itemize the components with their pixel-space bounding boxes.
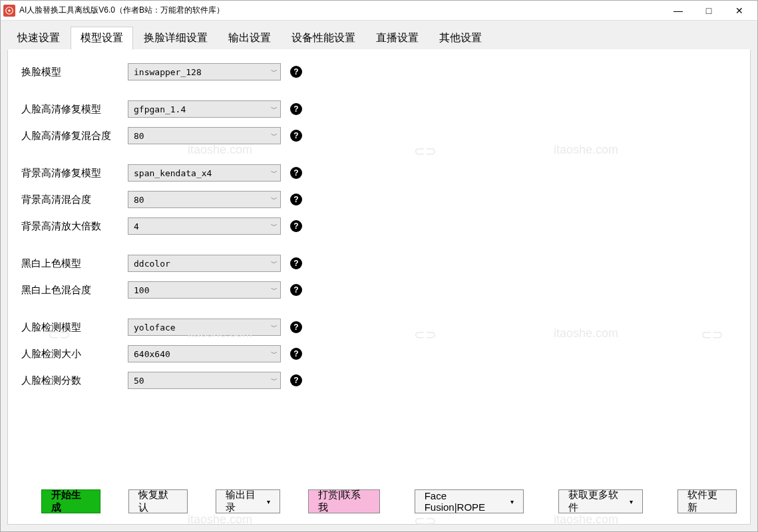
combo-value: 80 [134, 195, 144, 205]
chevron-down-icon: ▾ [630, 498, 633, 505]
chevron-down-icon: ▾ [510, 498, 514, 505]
chevron-down-icon: ﹀ [271, 285, 278, 295]
help-icon[interactable]: ? [290, 103, 302, 115]
minimize-button[interactable]: — [663, 1, 693, 21]
combo-face-detect-model[interactable]: yoloface ﹀ [128, 319, 281, 336]
label-bg-upscale: 背景高清放大倍数 [21, 220, 128, 233]
chevron-down-icon: ﹀ [271, 195, 278, 204]
label-face-enhance-model: 人脸高清修复模型 [21, 103, 128, 116]
combo-bg-enhance-blend[interactable]: 80 ﹀ [128, 191, 281, 208]
combo-face-detect-score[interactable]: 50 ﹀ [128, 372, 281, 389]
chevron-down-icon: ▾ [267, 498, 270, 505]
row-face-detect-score: 人脸检测分数 50 ﹀ ? [21, 372, 737, 389]
titlebar: AI人脸替换工具离线版V6.0（作者B站：万能君的软件库） — □ ✕ [1, 1, 757, 21]
combo-value: yoloface [134, 323, 176, 332]
app-icon [3, 5, 15, 17]
help-icon[interactable]: ? [290, 374, 302, 386]
update-button[interactable]: 软件更新 [677, 489, 737, 513]
reset-button[interactable]: 恢复默认 [128, 489, 188, 513]
help-icon[interactable]: ? [290, 348, 302, 360]
label-bg-enhance-model: 背景高清修复模型 [21, 167, 128, 180]
chevron-down-icon: ﹀ [271, 168, 278, 178]
chevron-down-icon: ﹀ [271, 131, 278, 140]
combo-bg-enhance-model[interactable]: span_kendata_x4 ﹀ [128, 164, 281, 182]
row-bg-upscale: 背景高清放大倍数 4 ﹀ ? [21, 217, 737, 235]
help-icon[interactable]: ? [290, 257, 302, 269]
tab-output[interactable]: 输出设置 [218, 27, 281, 50]
chevron-down-icon: ﹀ [271, 349, 278, 358]
bottom-bar: 开始生成 恢复默认 输出目录▾ 打赏|联系我 Face Fusion|ROPE▾… [21, 485, 737, 517]
tab-device[interactable]: 设备性能设置 [282, 27, 365, 50]
label-face-detect-score: 人脸检测分数 [21, 374, 128, 387]
svg-point-1 [8, 9, 11, 12]
chevron-down-icon: ﹀ [271, 259, 278, 268]
row-face-enhance-model: 人脸高清修复模型 gfpgan_1.4 ﹀ ? [21, 100, 737, 118]
window-controls: — □ ✕ [663, 1, 755, 21]
combo-swap-model[interactable]: inswapper_128 ﹀ [128, 63, 281, 80]
chevron-down-icon: ﹀ [271, 67, 278, 76]
help-icon[interactable]: ? [290, 194, 302, 205]
row-face-enhance-blend: 人脸高清修复混合度 80 ﹀ ? [21, 127, 737, 144]
label-bg-enhance-blend: 背景高清混合度 [21, 194, 128, 206]
row-bg-enhance-blend: 背景高清混合度 80 ﹀ ? [21, 191, 737, 208]
content-area: 快速设置 模型设置 换脸详细设置 输出设置 设备性能设置 直播设置 其他设置 换… [1, 21, 757, 531]
combo-value: 50 [134, 376, 144, 386]
row-face-detect-model: 人脸检测模型 yoloface ﹀ ? [21, 319, 737, 336]
label-bw-color-blend: 黑白上色混合度 [21, 284, 128, 297]
help-icon[interactable]: ? [290, 284, 302, 296]
tab-bar: 快速设置 模型设置 换脸详细设置 输出设置 设备性能设置 直播设置 其他设置 [7, 26, 751, 50]
label-swap-model: 换脸模型 [21, 66, 128, 78]
tab-live[interactable]: 直播设置 [366, 27, 429, 50]
chevron-down-icon: ﹀ [271, 104, 278, 114]
combo-value: 640x640 [134, 349, 170, 359]
combo-value: gfpgan_1.4 [134, 104, 186, 114]
chevron-down-icon: ﹀ [271, 323, 278, 332]
tab-other[interactable]: 其他设置 [429, 27, 492, 50]
combo-value: 100 [134, 285, 149, 295]
help-icon[interactable]: ? [290, 220, 302, 232]
chevron-down-icon: ﹀ [271, 376, 278, 385]
combo-face-detect-size[interactable]: 640x640 ﹀ [128, 345, 281, 362]
help-icon[interactable]: ? [290, 66, 302, 78]
tab-panel: 换脸模型 inswapper_128 ﹀ ? 人脸高清修复模型 gfpgan_1… [7, 50, 751, 525]
tab-model-settings[interactable]: 模型设置 [71, 27, 133, 50]
start-button[interactable]: 开始生成 [41, 489, 100, 513]
row-bg-enhance-model: 背景高清修复模型 span_kendata_x4 ﹀ ? [21, 164, 737, 182]
button-label: Face Fusion|ROPE [425, 490, 509, 513]
close-button[interactable]: ✕ [724, 1, 755, 21]
tab-quick-settings[interactable]: 快速设置 [7, 27, 70, 50]
chevron-down-icon: ﹀ [271, 221, 278, 231]
label-face-enhance-blend: 人脸高清修复混合度 [21, 130, 128, 142]
combo-bw-color-model[interactable]: ddcolor ﹀ [128, 255, 281, 272]
row-swap-model: 换脸模型 inswapper_128 ﹀ ? [21, 63, 737, 80]
label-face-detect-model: 人脸检测模型 [21, 321, 128, 334]
combo-bg-upscale[interactable]: 4 ﹀ [128, 217, 281, 235]
get-more-button[interactable]: 获取更多软件▾ [558, 489, 642, 513]
combo-face-enhance-blend[interactable]: 80 ﹀ [128, 127, 281, 144]
tab-swap-detail[interactable]: 换脸详细设置 [134, 27, 218, 50]
combo-value: inswapper_128 [134, 67, 202, 77]
help-icon[interactable]: ? [290, 321, 302, 333]
output-dir-button[interactable]: 输出目录▾ [216, 489, 280, 513]
combo-face-enhance-model[interactable]: gfpgan_1.4 ﹀ [128, 100, 281, 118]
donate-button[interactable]: 打赏|联系我 [308, 489, 380, 513]
combo-value: 80 [134, 131, 144, 141]
app-window: AI人脸替换工具离线版V6.0（作者B站：万能君的软件库） — □ ✕ 快速设置… [0, 0, 758, 532]
form-area: 换脸模型 inswapper_128 ﹀ ? 人脸高清修复模型 gfpgan_1… [21, 63, 737, 485]
combo-value: ddcolor [134, 259, 170, 269]
label-bw-color-model: 黑白上色模型 [21, 257, 128, 270]
combo-bw-color-blend[interactable]: 100 ﹀ [128, 281, 281, 299]
row-bw-color-model: 黑白上色模型 ddcolor ﹀ ? [21, 255, 737, 272]
combo-value: 4 [134, 221, 139, 231]
combo-value: span_kendata_x4 [134, 168, 212, 178]
window-title: AI人脸替换工具离线版V6.0（作者B站：万能君的软件库） [19, 5, 663, 16]
help-icon[interactable]: ? [290, 167, 302, 179]
row-bw-color-blend: 黑白上色混合度 100 ﹀ ? [21, 281, 737, 299]
help-icon[interactable]: ? [290, 130, 302, 142]
facefusion-button[interactable]: Face Fusion|ROPE▾ [415, 489, 524, 513]
maximize-button[interactable]: □ [693, 1, 724, 21]
button-label: 获取更多软件 [568, 489, 627, 514]
label-face-detect-size: 人脸检测大小 [21, 348, 128, 360]
button-label: 输出目录 [226, 489, 265, 514]
row-face-detect-size: 人脸检测大小 640x640 ﹀ ? [21, 345, 737, 362]
